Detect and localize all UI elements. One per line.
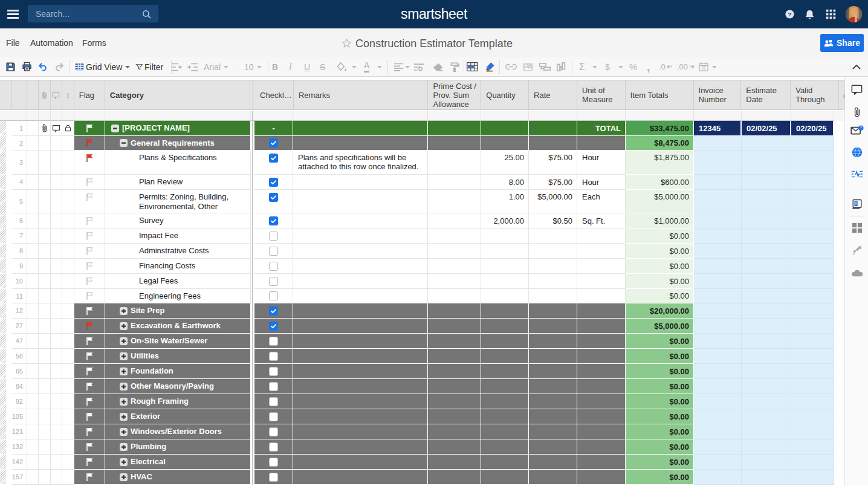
- svg-text:?: ?: [788, 11, 791, 18]
- svg-text:31: 31: [701, 66, 706, 70]
- svg-text:?: ?: [860, 126, 862, 130]
